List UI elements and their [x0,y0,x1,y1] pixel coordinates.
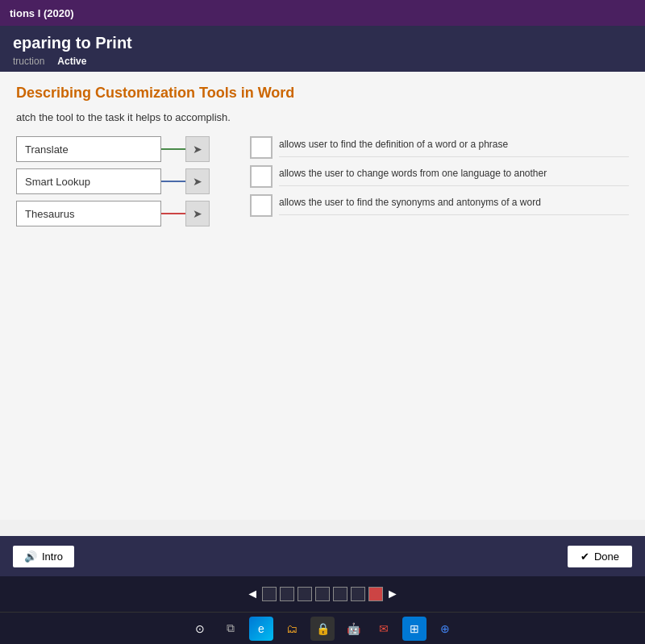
taskbar-files[interactable]: 🗂 [280,617,304,641]
windows-taskbar: ⊙ ⧉ e 🗂 🔒 🤖 ✉ ⊞ ⊕ [0,612,645,644]
taskbar-edge[interactable]: e [249,617,273,641]
match-checkbox-3[interactable] [250,194,273,217]
tool-row-smartlookup: Smart Lookup ➤ [16,168,226,194]
nav-square-2[interactable] [280,587,294,601]
taskbar-chrome[interactable]: ⊕ [433,617,457,641]
nav-square-7[interactable] [368,587,383,601]
taskbar-apps[interactable]: ⊞ [402,617,427,641]
arrow-btn-thesaurus[interactable]: ➤ [185,201,210,226]
match-checkbox-2[interactable] [250,165,273,188]
checkmark-icon: ✔ [580,551,589,563]
match-checkbox-1[interactable] [250,136,273,159]
activity-content: Describing Customization Tools in Word a… [0,72,645,520]
line-translate [161,148,185,150]
tool-label-smartlookup: Smart Lookup [16,168,161,194]
right-column: allows user to find the definition of a … [250,136,629,217]
app-title: tions I (2020) [10,7,73,19]
nav-square-5[interactable] [333,587,347,601]
definition-row-1: allows user to find the definition of a … [250,136,629,159]
nav-square-1[interactable] [262,587,277,601]
nav-tabs: truction Active [13,56,632,67]
activity-area: Describing Customization Tools in Word a… [0,72,645,576]
page-title: eparing to Print [13,34,632,52]
activity-heading: Describing Customization Tools in Word [16,85,629,102]
nav-right-arrow[interactable]: ► [386,587,399,601]
tool-label-thesaurus: Thesaurus [16,201,161,226]
tab-instruction[interactable]: truction [13,56,44,67]
definition-text-1: allows user to find the definition of a … [279,136,629,157]
intro-button[interactable]: 🔊 Intro [13,546,74,567]
definition-text-2: allows the user to change words from one… [279,165,629,186]
done-label: Done [594,551,619,563]
taskbar-android[interactable]: 🤖 [341,617,365,641]
top-bar: tions I (2020) [0,0,645,26]
nav-square-4[interactable] [315,587,330,601]
slide-navigation: ◄ ► [0,576,645,612]
arrow-btn-smartlookup[interactable]: ➤ [185,168,210,194]
line-thesaurus [161,213,185,214]
nav-square-3[interactable] [298,587,312,601]
taskbar-task-view[interactable]: ⧉ [218,617,243,641]
header-section: eparing to Print truction Active [0,26,645,72]
line-smartlookup [161,181,185,182]
taskbar-search[interactable]: ⊙ [188,617,212,641]
definition-text-3: allows the user to find the synonyms and… [279,194,629,215]
definition-row-2: allows the user to change words from one… [250,165,629,188]
nav-left-arrow[interactable]: ◄ [246,587,259,601]
left-column: Translate ➤ Smart Lookup ➤ Thesaur [16,136,226,226]
taskbar-mail[interactable]: ✉ [372,617,396,641]
speaker-icon: 🔊 [24,551,37,563]
arrow-btn-translate[interactable]: ➤ [185,136,210,162]
intro-label: Intro [42,551,63,563]
tab-active[interactable]: Active [57,56,86,67]
taskbar-security[interactable]: 🔒 [310,617,335,641]
tool-row-thesaurus: Thesaurus ➤ [16,201,226,226]
matching-container: Translate ➤ Smart Lookup ➤ Thesaur [16,136,629,226]
tool-row-translate: Translate ➤ [16,136,226,162]
tool-label-translate: Translate [16,136,161,162]
definition-row-3: allows the user to find the synonyms and… [250,194,629,217]
instruction-text: atch the tool to the task it helps to ac… [16,111,629,123]
content-wrapper: eparing to Print truction Active Describ… [0,26,645,612]
nav-square-6[interactable] [351,587,365,601]
done-button[interactable]: ✔ Done [568,546,632,567]
bottom-bar: 🔊 Intro ✔ Done [0,536,645,576]
